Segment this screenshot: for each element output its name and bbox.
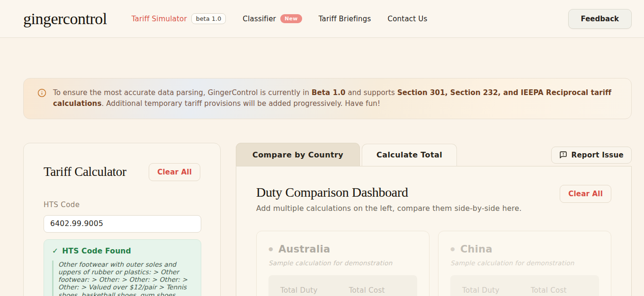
country-name: ● China: [450, 244, 599, 255]
content-row: Tariff Calculator Clear All HTS Code ✓ H…: [23, 143, 632, 296]
beta-info-banner: To ensure the most accurate data parsing…: [23, 78, 632, 119]
stat-total-duty: Total Duty $XXX: [462, 286, 500, 296]
country-cards-row: ● Australia Sample calculation for demon…: [256, 231, 611, 296]
feedback-button[interactable]: Feedback: [568, 9, 632, 29]
calculator-title: Tariff Calculator: [44, 165, 126, 179]
panel-title-block: Duty Comparison Dashboard Add multiple c…: [256, 185, 522, 213]
country-name: ● Australia: [268, 244, 417, 255]
sample-note: Sample calculation for demonstration: [450, 259, 599, 267]
stat-label: Total Cost: [349, 286, 385, 295]
check-icon: ✓: [52, 247, 58, 255]
hts-found-label: HTS Code Found: [62, 247, 131, 255]
calculator-header: Tariff Calculator Clear All: [44, 163, 200, 181]
nav-item-tariff-simulator[interactable]: Tariff Simulator beta 1.0: [132, 13, 226, 24]
panel-header: Duty Comparison Dashboard Add multiple c…: [256, 185, 611, 213]
nav-label: Tariff Briefings: [319, 15, 371, 23]
card-content: ● Australia Sample calculation for demon…: [268, 244, 417, 296]
nav-label: Contact Us: [388, 15, 428, 23]
report-issue-label: Report Issue: [572, 151, 624, 159]
calculator-clear-all-button[interactable]: Clear All: [149, 163, 200, 181]
comparison-panel: Duty Comparison Dashboard Add multiple c…: [236, 166, 632, 296]
banner-text-part: . Additional temporary tariff provisions…: [101, 99, 380, 108]
stat-label: Total Duty: [462, 286, 500, 295]
nav-label: Tariff Simulator: [132, 15, 187, 23]
dashboard-column: Compare by Country Calculate Total Repor…: [236, 143, 632, 296]
nav-item-tariff-briefings[interactable]: Tariff Briefings: [319, 15, 371, 23]
hts-result-box: ✓ HTS Code Found Other footwear with out…: [44, 239, 201, 296]
sample-note: Sample calculation for demonstration: [268, 259, 417, 267]
country-label: Australia: [278, 244, 331, 255]
banner-text: To ensure the most accurate data parsing…: [53, 87, 618, 110]
stat-total-cost: Total Cost $XXX: [349, 286, 385, 296]
report-issue-button[interactable]: Report Issue: [551, 147, 632, 164]
hts-code-input[interactable]: [44, 215, 201, 233]
country-label: China: [460, 244, 492, 255]
card-content: ● China Sample calculation for demonstra…: [450, 244, 599, 296]
stat-total-cost: Total Cost $XXX: [531, 286, 567, 296]
nav-item-contact-us[interactable]: Contact Us: [388, 15, 428, 23]
stat-label: Total Duty: [280, 286, 318, 295]
info-circle-icon: [37, 88, 46, 99]
stat-label: Total Cost: [531, 286, 567, 295]
bullet-dot-icon: ●: [450, 246, 455, 252]
country-card-china: ● China Sample calculation for demonstra…: [438, 231, 611, 296]
beta-badge: beta 1.0: [191, 13, 226, 24]
dashboard-title: Duty Comparison Dashboard: [256, 185, 522, 200]
message-warning-icon: [559, 151, 567, 159]
nav-label: Classifier: [242, 15, 276, 23]
logo[interactable]: gingercontrol: [23, 10, 107, 28]
tab-calculate-total[interactable]: Calculate Total: [362, 144, 457, 166]
country-card-australia: ● Australia Sample calculation for demon…: [256, 231, 429, 296]
tab-compare-by-country[interactable]: Compare by Country: [236, 143, 360, 166]
hts-description: Other footwear with outer soles and uppe…: [52, 261, 193, 296]
nav-item-classifier[interactable]: Classifier New: [242, 14, 302, 23]
dashboard-clear-all-button[interactable]: Clear All: [560, 185, 611, 203]
banner-text-part: To ensure the most accurate data parsing…: [53, 88, 312, 97]
app-header: gingercontrol Tariff Simulator beta 1.0 …: [0, 0, 644, 38]
stat-box: Total Duty $XXX Total Cost $XXX: [450, 275, 599, 296]
banner-bold-beta: Beta 1.0: [312, 88, 346, 97]
main-nav: Tariff Simulator beta 1.0 Classifier New…: [132, 13, 428, 24]
stat-total-duty: Total Duty $XXX: [280, 286, 318, 296]
hts-found-status: ✓ HTS Code Found: [52, 247, 193, 255]
banner-text-part: and supports: [346, 88, 397, 97]
stat-box: Total Duty $XXX Total Cost $XXX: [268, 275, 417, 296]
tab-bar: Compare by Country Calculate Total Repor…: [236, 143, 632, 166]
new-badge: New: [280, 14, 302, 23]
bullet-dot-icon: ●: [268, 246, 273, 252]
tariff-calculator-card: Tariff Calculator Clear All HTS Code ✓ H…: [23, 143, 221, 296]
dashboard-subtitle: Add multiple calculations on the left, c…: [256, 204, 522, 213]
hts-code-label: HTS Code: [44, 200, 200, 209]
